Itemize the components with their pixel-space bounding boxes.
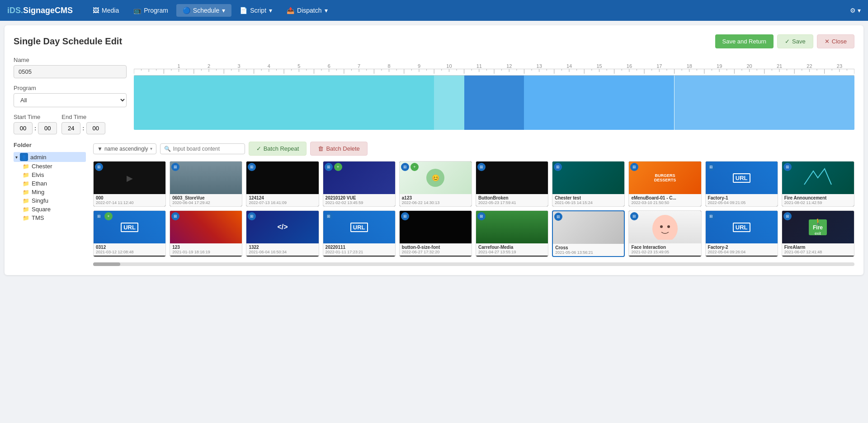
badge-a123-green: + [410, 163, 419, 171]
media-card-factory2[interactable]: ⊞ URL Factory-2 2022-05-04 09:26:04 [705, 210, 778, 257]
folder-chester[interactable]: 📁 Chester [21, 162, 86, 171]
end-hour-input[interactable] [61, 122, 80, 134]
media-name-carrefour: Carrefour-Media [478, 245, 546, 250]
nav-schedule[interactable]: 🔵 Schedule ▾ [176, 4, 231, 17]
batch-delete-button[interactable]: 🗑 Batch Delete [310, 142, 367, 156]
media-card-124124[interactable]: ⊞ 124124 2022-07-13 16:41:09 [246, 161, 319, 207]
ruler-label-21: 21 [764, 63, 794, 69]
folder-ming[interactable]: 📁 Ming [21, 188, 86, 196]
media-card-fireannouncement[interactable]: ⊞ Fire Announcement 2021-08-02 11:42:59 [782, 161, 854, 207]
dispatch-icon: 📤 [287, 7, 294, 14]
top-navigation: iDS.SignageCMS 🖼 Media 📺 Program 🔵 Sched… [0, 0, 868, 21]
media-name-1322: 1322 [249, 245, 316, 250]
media-card-carrefour[interactable]: ⊞ Carrefour-Media 2021-04-27 13:55:19 [476, 210, 548, 257]
timeline-ruler: 1 2 3 4 5 6 7 8 9 10 11 12 13 14 [134, 57, 854, 69]
start-min-input[interactable] [38, 122, 57, 134]
folder-square[interactable]: 📁 Square [21, 205, 86, 214]
media-card-20220111[interactable]: ⊞ URL 20220111 2022-01-11 17:23:21 [323, 210, 396, 257]
nav-script[interactable]: 📄 Script ▾ [233, 4, 278, 17]
ruler-label-23: 23 [825, 63, 854, 69]
settings-gear[interactable]: ⚙ ▾ [850, 7, 861, 14]
media-info-0312: 0312 2021-03-12 12:08:48 [94, 243, 165, 256]
app-logo: iDS.SignageCMS [7, 6, 73, 15]
media-name-123: 123 [172, 245, 240, 250]
folder-singfu[interactable]: 📁 Singfu [21, 196, 86, 205]
batch-repeat-button[interactable]: ✓ Batch Repeat [249, 142, 307, 156]
timeline-bars[interactable] [134, 76, 854, 130]
folder-elvis-label: Elvis [32, 171, 44, 178]
badge-buttonbroken: ⊞ [477, 163, 486, 171]
scrollbar-thumb[interactable] [93, 262, 120, 266]
media-thumb-buttonbroken: ⊞ [476, 162, 548, 194]
media-card-000[interactable]: ⊞ ▶ 000 2022-07-14 11:12:40 [93, 161, 166, 207]
name-input[interactable] [14, 65, 127, 78]
media-name-factory2: Factory-2 [708, 245, 775, 250]
media-info-face: Face Interaction 2021-02-23 15:49:05 [629, 243, 701, 256]
sort-wrapper: ▼ name ascendingly ▾ [93, 143, 156, 154]
badge-124124: ⊞ [248, 163, 256, 171]
media-info-fireannouncement: Fire Announcement 2021-08-02 11:42:59 [782, 194, 854, 206]
nav-dispatch[interactable]: 📤 Dispatch ▾ [280, 4, 334, 17]
media-card-0603[interactable]: ⊞ 0603_StoreVue 2020-06-04 17:29:42 [170, 161, 242, 207]
media-card-1322[interactable]: ⊞ </> 1322 2021-06-04 16:50:34 [246, 210, 319, 257]
folder-tms[interactable]: 📁 TMS [21, 214, 86, 222]
program-select[interactable]: All [14, 93, 127, 107]
sort-label: name ascendingly [104, 146, 148, 152]
media-card-factory1[interactable]: ⊞ URL Factory-1 2022-05-04 09:21:05 [705, 161, 778, 207]
badge-face: ⊞ [630, 212, 638, 220]
media-card-0312[interactable]: ⊞ + URL 0312 2021-03-12 12:08:48 [93, 210, 166, 257]
folder-elvis[interactable]: 📁 Elvis [21, 171, 86, 179]
nav-menu: 🖼 Media 📺 Program 🔵 Schedule ▾ 📄 Script … [86, 4, 850, 17]
folder-icon-ming: 📁 [23, 189, 29, 195]
media-card-123[interactable]: ⊞ 123 2021-01-19 18:16:19 [170, 210, 242, 257]
media-card-a123[interactable]: ⊞ + 😊 a123 2022-06-22 14:30:13 [399, 161, 472, 207]
end-time-sep: : [82, 125, 84, 132]
media-info-1322: 1322 2021-06-04 16:50:34 [246, 243, 318, 256]
folder-icon-singfu: 📁 [23, 198, 29, 204]
folder-chester-label: Chester [32, 163, 52, 170]
gear-icon: ⚙ [850, 7, 856, 14]
close-button[interactable]: ✕ Close [817, 34, 854, 48]
program-icon: 📺 [133, 7, 141, 14]
media-info-buttonbroken: ButtonBroken 2022-05-23 17:59:41 [476, 194, 548, 206]
media-card-emenu[interactable]: ⊞ BURGERSDESSERTS eMenuBoard-01 - C... 2… [628, 161, 701, 207]
media-card-buttonbroken[interactable]: ⊞ ButtonBroken 2022-05-23 17:59:41 [476, 161, 548, 207]
batch-repeat-label: Batch Repeat [264, 145, 299, 152]
media-name-emenu: eMenuBoard-01 - C... [631, 195, 698, 200]
nav-program[interactable]: 📺 Program [127, 4, 175, 17]
end-min-input[interactable] [86, 122, 105, 134]
search-input[interactable] [173, 146, 241, 152]
folder-singfu-label: Singfu [32, 197, 48, 204]
media-date-face: 2021-02-23 15:49:05 [631, 250, 698, 254]
ruler-label-2: 2 [194, 63, 224, 69]
nav-media[interactable]: 🖼 Media [86, 4, 125, 17]
folder-admin[interactable]: ▾ 👤 admin [14, 152, 86, 162]
media-name-20220111: 20220111 [326, 245, 393, 250]
svg-text:▶: ▶ [127, 174, 133, 183]
media-thumb-cross: ⊞ [553, 211, 624, 244]
media-card-firealarm[interactable]: ⊞ Fire exit 🚶 FireAlarm 2021-06-07 12:41… [782, 210, 854, 257]
folder-panel: Folder ▾ 👤 admin 📁 Chester 📁 Elvis [14, 142, 86, 266]
media-card-button0[interactable]: ⊞ button-0-size-font 2022-06-27 17:32:20 [399, 210, 472, 257]
save-return-button[interactable]: Save and Return [715, 34, 774, 48]
media-card-chestertest[interactable]: ⊞ Chester test 2021-06-15 14:15:24 [552, 161, 625, 207]
folder-title: Folder [14, 142, 86, 148]
nav-program-label: Program [144, 7, 168, 14]
badge-vue-green: + [334, 163, 342, 171]
media-card-face[interactable]: ⊞ Face Interaction 2021-02-23 15:49:05 [628, 210, 701, 257]
folder-ethan[interactable]: 📁 Ethan [21, 179, 86, 188]
media-card-vue[interactable]: ⊞ + 20210120 VUE 2021-02-02 13:45:59 [323, 161, 396, 207]
end-time-group: End Time : [61, 114, 105, 134]
form-panel: Name Program All Start Time : [14, 57, 127, 134]
start-hour-input[interactable] [14, 122, 33, 134]
check-icon: ✓ [785, 38, 790, 45]
save-button[interactable]: ✓ Save [777, 34, 813, 48]
media-name-firealarm: FireAlarm [784, 245, 852, 250]
media-thumb-0603: ⊞ [170, 162, 242, 194]
media-name-face: Face Interaction [631, 245, 698, 250]
media-card-cross[interactable]: ⊞ Cross 2021-05-06 13:56:21 [552, 210, 625, 257]
media-info-a123: a123 2022-06-22 14:30:13 [400, 194, 472, 206]
media-info-firealarm: FireAlarm 2021-06-07 12:41:48 [782, 243, 854, 256]
scrollbar-area[interactable] [93, 262, 854, 266]
a123-svg: 😊 [422, 166, 449, 189]
